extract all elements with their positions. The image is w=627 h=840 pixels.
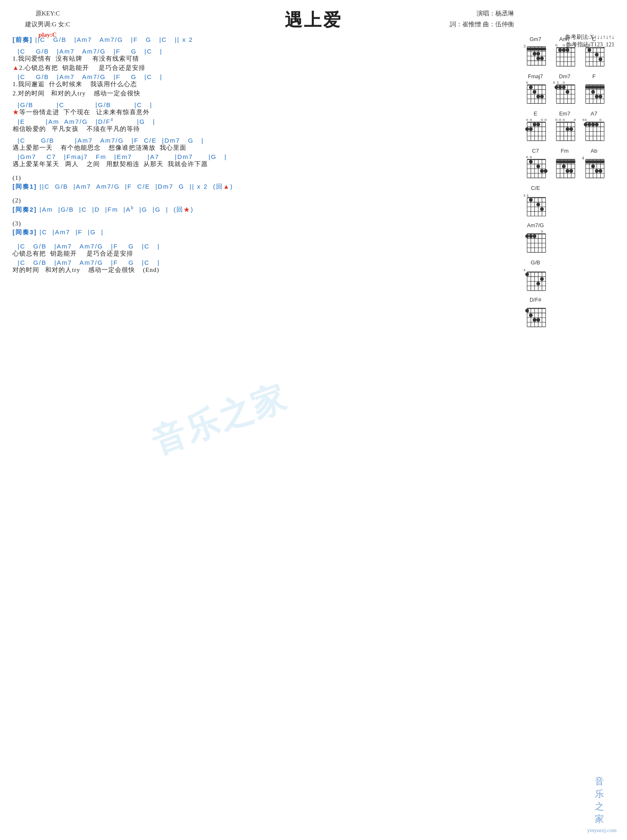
outro-chords2: |C G/B |Am7 Am7/G |F G |C | [13,259,518,266]
chord-name-fmaj7: Fmaj7 [528,73,543,79]
interlude1-text: [间奏1] ||C G/B |Am7 Am7/G |F C/E |Dm7 G |… [13,183,518,191]
svg-point-100 [599,95,602,98]
chord-c7: C7 o o [522,148,548,181]
svg-text:o: o [545,118,547,122]
svg-point-185 [566,169,569,173]
svg-point-67 [540,95,544,98]
chord-am7g: Am7/G o [522,222,548,255]
chord-row-7: G/B x [522,259,614,292]
svg-point-184 [562,164,566,168]
chord-svg-ab: 4 [581,155,607,181]
strum-pattern: 参考刷法:X↑↓↓↑↓↑↓ [565,33,614,41]
chord-fmaj7: Fmaj7 o [522,73,548,106]
interlude3-number: (3) [13,220,518,227]
svg-point-16 [540,56,544,60]
svg-point-34 [566,48,569,52]
v2-chords1: |G/B |C |G/B |C | [13,101,518,108]
outro-chords1: |C G/B |Am7 Am7/G |F G |C | [13,243,518,250]
interlude3-text: [间奏3] |C |Am7 |F |G | [13,228,518,236]
chord-ab: Ab 4 [581,148,607,181]
verse2-block2: |E |Am Am7/G |D/F# |G | 相信盼爱的 平凡女孩 不须在平凡… [13,118,518,133]
svg-text:4: 4 [582,156,584,160]
chord-gm7: Gm7 3 [522,36,548,69]
svg-point-170 [540,169,544,173]
interlude2-label: [间奏2] [13,206,37,213]
chord-ce: C/E x x [522,185,548,218]
chorus-lyric2: 遇上爱某年某天 两人 之间 用默契相连 从那天 我就会许下愿 [13,160,518,168]
interlude3-block: (3) [间奏3] |C |Am7 |F |G | [13,220,518,236]
svg-point-83 [558,85,562,89]
v1-chords2: |C G/B |Am7 Am7/G |F G |C | [13,73,518,80]
svg-point-216 [536,202,540,206]
main-content: [前奏] ||C G/B |Am7 Am7/G |F G |C || x 2 |… [13,36,518,334]
interlude2-number: (2) [13,197,518,204]
chord-name-ab: Ab [591,148,597,154]
v1-lyric2b: 2.对的时间 和对的人try 感动一定会很快 [13,90,518,97]
svg-point-231 [529,234,533,238]
return-triangle: ▲ [223,183,230,190]
svg-point-82 [555,85,558,89]
v2-lyric2: 相信盼爱的 平凡女孩 不须在平凡的等待 [13,125,518,133]
suggestion: 建议男调:G 女:C [25,19,70,30]
svg-point-154 [595,123,599,126]
ref-info: 参考刷法:X↑↓↓↑↓↑↓ 参考指法:T123_121 [565,33,614,49]
svg-point-261 [533,318,536,322]
svg-point-169 [536,164,540,168]
svg-text:o: o [556,43,558,47]
svg-point-186 [569,169,573,173]
chorus-block2: |Gm7 C7 |Fmaj7 Fm |Em7 |A7 |Dm7 |G | 遇上爱… [13,153,518,168]
svg-point-50 [595,53,599,56]
svg-point-200 [591,164,595,168]
svg-point-245 [525,272,529,276]
interlude1-label: [间奏1] [13,183,37,190]
svg-rect-97 [585,86,605,89]
svg-point-117 [536,123,540,126]
interlude2-text: [间奏2] |Am |G/B |C |D |Fm |Ab |G |G | (回★… [13,205,518,214]
chord-svg-gb: x [522,266,548,292]
svg-text:o: o [563,118,565,122]
chord-row-4: C7 o o [522,148,614,181]
svg-point-246 [540,277,544,281]
chord-name-fm: Fm [561,148,569,154]
chord-name-c7: C7 [532,148,539,154]
page: 音乐之家 原KEY:C 建议男调:G 女:C play:C 遇上爱 演唱：杨丞琳… [0,0,627,840]
svg-point-98 [591,90,595,94]
svg-text:3: 3 [523,44,525,49]
chord-name-dm7: Dm7 [559,73,570,79]
svg-point-202 [599,169,602,173]
svg-point-49 [588,48,591,52]
svg-point-168 [529,160,533,164]
triangle-mark: ▲ [13,64,19,71]
finger-pattern: 参考指法:T123_121 [565,41,614,49]
watermark: 音乐之家 [146,375,293,465]
chord-diagrams: Gm7 3 [522,36,614,334]
svg-point-118 [525,127,529,131]
svg-text:o: o [541,229,543,233]
chorus-lyric1: 遇上爱那一天 有个他能思念 想像谁把涟漪放 我心里面 [13,144,518,152]
chord-f: F [581,73,607,106]
svg-point-232 [533,234,536,238]
chord-row-3: E o o o o [522,110,614,143]
chord-svg-f [581,80,607,106]
svg-point-65 [533,90,536,94]
chord-svg-dm7: x x o [552,80,578,106]
chord-e: E o o o o [522,110,548,143]
svg-text:o: o [563,80,565,85]
svg-text:o: o [585,118,587,122]
svg-point-64 [529,85,533,89]
chord-dm7: Dm7 x x o [552,73,578,106]
svg-point-217 [540,207,544,211]
v2-chords2: |E |Am Am7/G |D/F# |G | [13,118,518,125]
chord-name-dfs: D/F# [530,297,541,303]
verse2-block1: |G/B |C |G/B |C | ★等一份情走进 下个现在 让未来有惊喜意外 [13,101,518,116]
svg-point-13 [533,52,536,56]
header: 原KEY:C 建议男调:G 女:C play:C 遇上爱 演唱：杨丞琳 詞：崔惟… [13,8,614,32]
interlude1-chords: ||C G/B |Am7 Am7/G |F C/E |Dm7 G || x 2 … [40,183,233,190]
prelude-chords: [前奏] ||C G/B |Am7 Am7/G |F G |C || x 2 [13,36,518,44]
svg-text:x x: x x [523,193,528,197]
chord-fm: Fm [552,148,578,181]
svg-text:o: o [526,80,528,85]
svg-point-33 [562,48,566,52]
chord-em7: Em7 o o o o [552,110,578,143]
outro-block2: |C G/B |Am7 Am7/G |F G |C | 对的时间 和对的人try… [13,259,518,274]
